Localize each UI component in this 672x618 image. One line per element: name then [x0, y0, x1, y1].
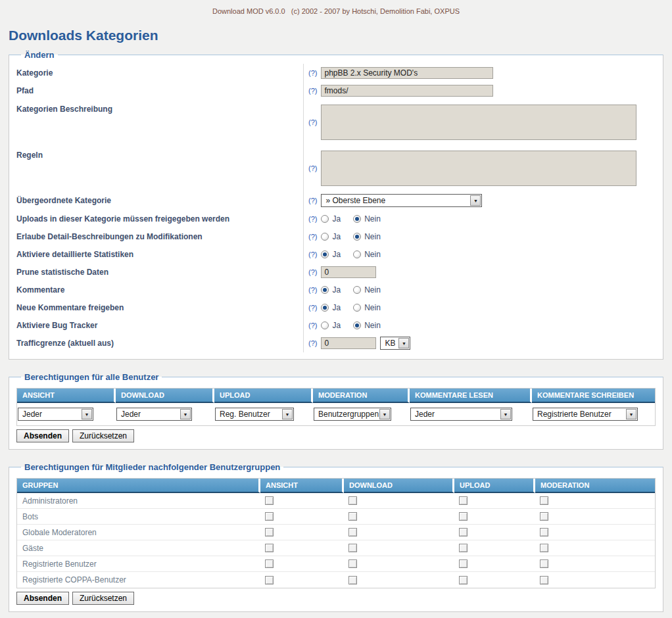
permission-checkbox-moderation[interactable] [540, 528, 548, 536]
submit-button[interactable]: Absenden [16, 429, 69, 442]
reset-button[interactable]: Zurücksetzen [72, 592, 134, 605]
perm-kommentare-schreiben-select[interactable]: Registrierte Benutzer▼ [533, 408, 638, 421]
perm-download-select[interactable]: Jeder▼ [116, 408, 192, 421]
perm-kommentare-lesen-select[interactable]: Jeder▼ [410, 408, 512, 421]
group-row: Gäste [17, 540, 655, 556]
submit-button[interactable]: Absenden [16, 592, 69, 605]
neue-kommentare-freigeben-label: Neue Kommentare freigeben [16, 298, 303, 316]
neue-kommentare-freigeben-radio-yes[interactable]: Ja [321, 303, 341, 312]
help-link[interactable]: (?) [308, 286, 317, 294]
permission-checkbox-moderation[interactable] [540, 512, 548, 521]
field-control-cell: (?)KB▼ [303, 334, 656, 352]
form-row: Uploads in dieser Kategorie müssen freig… [16, 210, 656, 227]
help-link[interactable]: (?) [308, 164, 317, 172]
permission-checkbox-moderation[interactable] [540, 544, 548, 552]
pfad-input[interactable] [321, 85, 493, 97]
permission-checkbox-download[interactable] [348, 528, 357, 536]
detail-beschreibungen-radio-no[interactable]: Nein [353, 232, 381, 241]
radio-label: Ja [332, 303, 341, 312]
help-link[interactable]: (?) [308, 118, 317, 126]
permission-checkbox-ansicht[interactable] [265, 528, 274, 536]
detaillierte-statistiken-radio-yes[interactable]: Ja [321, 250, 341, 259]
permission-checkbox-ansicht[interactable] [265, 512, 274, 521]
neue-kommentare-freigeben-radio-no[interactable]: Nein [353, 303, 381, 312]
help-link[interactable]: (?) [308, 233, 317, 241]
regeln-textarea[interactable] [321, 151, 636, 186]
radio-icon [353, 233, 361, 241]
bug-tracker-radio-yes[interactable]: Ja [321, 321, 341, 330]
field-control-cell: (?)JaNein [303, 298, 656, 316]
uploads-freigeben-radio-no[interactable]: Nein [353, 214, 381, 224]
permission-checkbox-moderation[interactable] [540, 559, 548, 568]
help-link[interactable]: (?) [308, 339, 317, 347]
form-row: Aktiviere detaillierte Statistiken(?)JaN… [16, 245, 656, 263]
help-link[interactable]: (?) [308, 69, 317, 77]
prune-statistik-label: Prune statistische Daten [16, 263, 303, 281]
radio-label: Nein [364, 250, 381, 259]
select-cell: Registrierte Benutzer▼ [532, 403, 655, 425]
chevron-down-icon: ▼ [500, 409, 511, 419]
regeln-label: Regeln [16, 145, 303, 191]
permission-checkbox-download[interactable] [348, 512, 357, 521]
reset-button[interactable]: Zurücksetzen [72, 429, 134, 442]
form-row: Kommentare(?)JaNein [16, 281, 656, 298]
bug-tracker-radio-no[interactable]: Nein [353, 321, 381, 330]
permission-checkbox-ansicht[interactable] [265, 544, 274, 552]
permission-checkbox-moderation[interactable] [540, 496, 548, 505]
group-row: Globale Moderatoren [17, 525, 655, 540]
help-link[interactable]: (?) [308, 215, 317, 223]
group-name-label: Registrierte COPPA-Benutzer [17, 575, 260, 584]
perm-upload-select[interactable]: Reg. Benutzer▼ [215, 408, 294, 421]
uploads-freigeben-radio-yes[interactable]: Ja [321, 214, 341, 224]
permission-checkbox-upload[interactable] [459, 576, 468, 584]
permission-checkbox-download[interactable] [348, 496, 357, 505]
permission-checkbox-download[interactable] [348, 576, 357, 584]
permissions-groups-legend: Berechtigungen für Mitglieder nachfolgen… [21, 462, 283, 472]
perm-moderation-select[interactable]: Benutzergruppen▼ [314, 408, 391, 421]
detaillierte-statistiken-radio-no[interactable]: Nein [353, 250, 381, 259]
help-link[interactable]: (?) [308, 268, 317, 276]
kategorie-input[interactable] [321, 67, 493, 79]
radio-icon [353, 215, 361, 223]
radio-label: Nein [364, 321, 381, 330]
radio-label: Nein [364, 232, 381, 241]
permission-checkbox-ansicht[interactable] [265, 576, 274, 584]
permissions-groups-header-row: GRUPPENANSICHTDOWNLOADUPLOADMODERATION [17, 479, 655, 493]
help-link[interactable]: (?) [308, 321, 317, 329]
permission-checkbox-download[interactable] [348, 559, 357, 568]
permission-checkbox-upload[interactable] [459, 512, 468, 521]
column-header: UPLOAD [454, 479, 535, 493]
help-link[interactable]: (?) [308, 250, 317, 258]
kategorien-beschreibung-textarea[interactable] [321, 105, 636, 140]
uebergeordnete-kategorie-select[interactable]: » Oberste Ebene▼ [321, 194, 482, 207]
checkbox-cell [344, 512, 454, 521]
detail-beschreibungen-radio-yes[interactable]: Ja [321, 232, 341, 241]
radio-label: Nein [364, 303, 381, 312]
permission-checkbox-upload[interactable] [459, 544, 468, 552]
bug-tracker-label: Aktiviere Bug Tracker [16, 316, 303, 334]
radio-icon [321, 233, 329, 241]
selected-option-label: Jeder [18, 410, 42, 419]
help-link[interactable]: (?) [308, 304, 317, 312]
select-cell: Jeder▼ [116, 403, 214, 425]
kommentare-radio-no[interactable]: Nein [353, 285, 381, 295]
permission-checkbox-upload[interactable] [459, 559, 468, 568]
prune-statistik-input[interactable] [321, 266, 376, 278]
permission-checkbox-moderation[interactable] [540, 576, 548, 584]
help-link[interactable]: (?) [308, 87, 317, 95]
permission-checkbox-download[interactable] [348, 544, 357, 552]
column-header: DOWNLOAD [116, 389, 214, 403]
radio-label: Nein [364, 285, 381, 295]
group-name-label: Globale Moderatoren [17, 528, 260, 537]
help-link[interactable]: (?) [308, 197, 317, 204]
permission-checkbox-ansicht[interactable] [265, 559, 274, 568]
radio-label: Ja [332, 321, 341, 330]
trafficgrenze-input[interactable] [321, 337, 376, 349]
trafficgrenze-unit-select[interactable]: KB▼ [380, 337, 410, 350]
permission-checkbox-upload[interactable] [459, 528, 468, 536]
permission-checkbox-ansicht[interactable] [265, 496, 274, 505]
perm-ansicht-select[interactable]: Jeder▼ [18, 408, 93, 421]
form-row: Kategorien Beschreibung(?) [16, 99, 656, 145]
permission-checkbox-upload[interactable] [459, 496, 468, 505]
kommentare-radio-yes[interactable]: Ja [321, 285, 341, 295]
